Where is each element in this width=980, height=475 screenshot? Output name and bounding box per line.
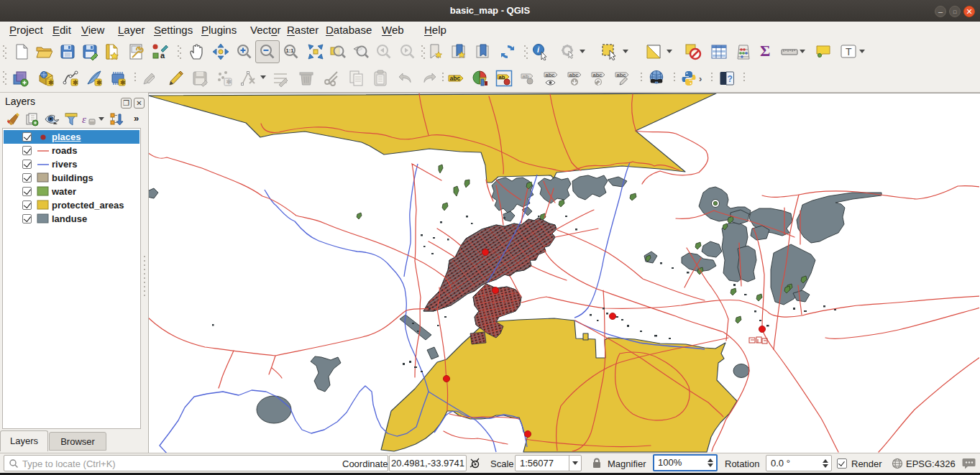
svg-text:abc: abc — [569, 72, 579, 78]
svg-text:abc: abc — [450, 75, 461, 82]
svg-text:✱: ✱ — [226, 78, 232, 86]
svg-text:✱: ✱ — [48, 79, 54, 86]
svg-text:abc: abc — [617, 72, 626, 78]
svg-text:abc: abc — [593, 72, 603, 78]
svg-text:?: ? — [728, 74, 733, 84]
svg-text:a: a — [160, 51, 165, 60]
svg-text:✱: ✱ — [120, 79, 126, 86]
svg-text:T: T — [846, 46, 852, 57]
svg-text:abc: abc — [546, 72, 555, 78]
svg-text:✱: ✱ — [96, 79, 102, 86]
svg-text:ab: ab — [499, 74, 505, 80]
svg-text:ε: ε — [82, 114, 86, 125]
svg-text:✱: ✱ — [73, 79, 78, 86]
svg-text:1:1: 1:1 — [286, 47, 294, 54]
